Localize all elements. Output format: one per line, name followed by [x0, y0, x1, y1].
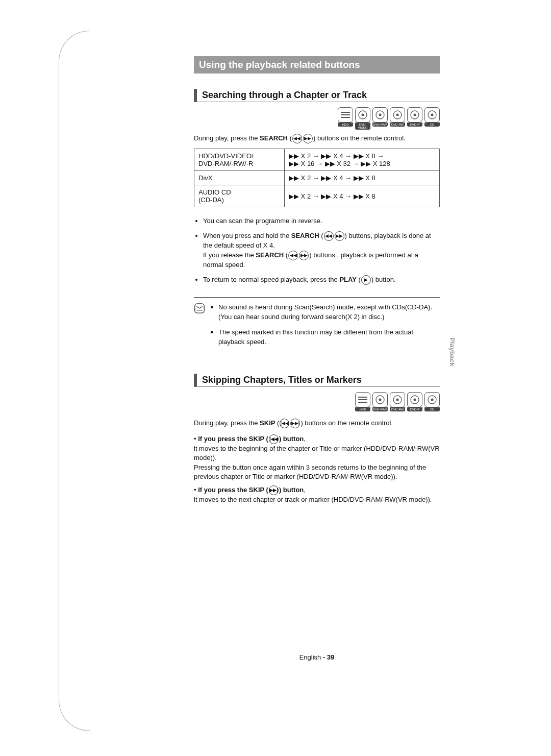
disc-icon-dvd-r: DVD-R [407, 107, 422, 126]
disc-icon-dvd-rw: DVD-RW [390, 107, 405, 126]
page-curve [59, 31, 90, 731]
svg-point-18 [431, 399, 434, 401]
search-rev-icon: ◀◀ [292, 134, 302, 143]
disc-icon-dvd-ram: DVD-RAM [372, 392, 388, 410]
disc-icon-hdd: HDD [355, 392, 370, 410]
disc-icon-hdd: HDD [338, 107, 353, 126]
list-item: You can scan the programme in reverse. [203, 216, 440, 226]
svg-point-1 [362, 114, 364, 116]
disc-icon-dvd-rw: DVD-RW [390, 392, 405, 410]
subhead-searching: Searching through a Chapter or Track [194, 89, 440, 102]
search-fwd-icon: ▶▶ [335, 231, 344, 241]
disc-icon-dvd-ram: DVD-RAM [372, 107, 388, 126]
page-footer: English - 39 [194, 653, 440, 661]
table-row: AUDIO CD (CD-DA) [194, 185, 285, 207]
skip-back-icon: |◀◀ [280, 419, 289, 428]
note-item: No sound is heard during Scan(Search) mo… [218, 303, 440, 322]
svg-point-14 [396, 399, 399, 401]
skip-back-block: • If you press the SKIP (|◀◀) button, it… [194, 434, 440, 504]
section-bar: Using the playback related buttons [194, 56, 440, 74]
skip-fwd-icon: ▶▶| [269, 485, 279, 495]
svg-point-16 [414, 399, 416, 401]
disc-icon-cd: CD [424, 392, 440, 410]
disc-icon-dvd-r: DVD-R [407, 392, 422, 410]
table-row: ▶▶ X 2 → ▶▶ X 4 → ▶▶ X 8 [285, 171, 440, 185]
search-fwd-icon: ▶▶ [303, 134, 313, 143]
table-row: HDD/DVD-VIDEO/ DVD-RAM/-RW/-R [194, 149, 285, 171]
disc-icon-row-1: HDD DVD-VIDEO DVD-RAM DVD-RW DVD-R CD [194, 107, 440, 126]
subhead-skipping: Skipping Chapters, Titles or Markers [194, 374, 440, 387]
play-icon: ▶ [361, 275, 371, 285]
list-item: To return to normal speed playback, pres… [203, 275, 440, 285]
side-tab-playback: Playback [448, 337, 456, 366]
svg-point-12 [379, 399, 382, 401]
note-block: No sound is heard during Scan(Search) mo… [194, 303, 440, 353]
intro-line-skip: During play, press the SKIP (|◀◀▶▶|) but… [194, 419, 440, 428]
intro-line-search: During play, press the SEARCH (◀◀▶▶) but… [194, 134, 440, 143]
table-row: ▶▶ X 2 → ▶▶ X 4 → ▶▶ X 8 [285, 185, 440, 207]
table-row: ▶▶ X 2 → ▶▶ X 4 → ▶▶ X 8 → ▶▶ X 16 → ▶▶ … [285, 149, 440, 171]
speed-table: HDD/DVD-VIDEO/ DVD-RAM/-RW/-R ▶▶ X 2 → ▶… [194, 149, 440, 207]
disc-icon-dvd-video: DVD-VIDEO [355, 107, 370, 126]
search-fwd-icon: ▶▶ [299, 251, 309, 260]
disc-icon-row-2: HDD DVD-RAM DVD-RW DVD-R CD [194, 392, 440, 410]
search-rev-icon: ◀◀ [324, 231, 334, 241]
divider [194, 297, 440, 298]
list-item: When you press and hold the SEARCH (◀◀▶▶… [203, 231, 440, 270]
table-row: DivX [194, 171, 285, 185]
svg-point-7 [414, 114, 416, 116]
note-icon [194, 303, 205, 314]
svg-point-9 [431, 114, 434, 116]
search-rev-icon: ◀◀ [288, 251, 298, 260]
bullet-list-1: You can scan the programme in reverse. W… [194, 216, 440, 285]
svg-point-5 [396, 114, 399, 116]
svg-point-3 [379, 114, 382, 116]
skip-back-icon: |◀◀ [269, 434, 279, 444]
note-item: The speed marked in this function may be… [218, 328, 440, 347]
skip-fwd-icon: ▶▶| [290, 419, 300, 428]
disc-icon-cd: CD [424, 107, 440, 126]
